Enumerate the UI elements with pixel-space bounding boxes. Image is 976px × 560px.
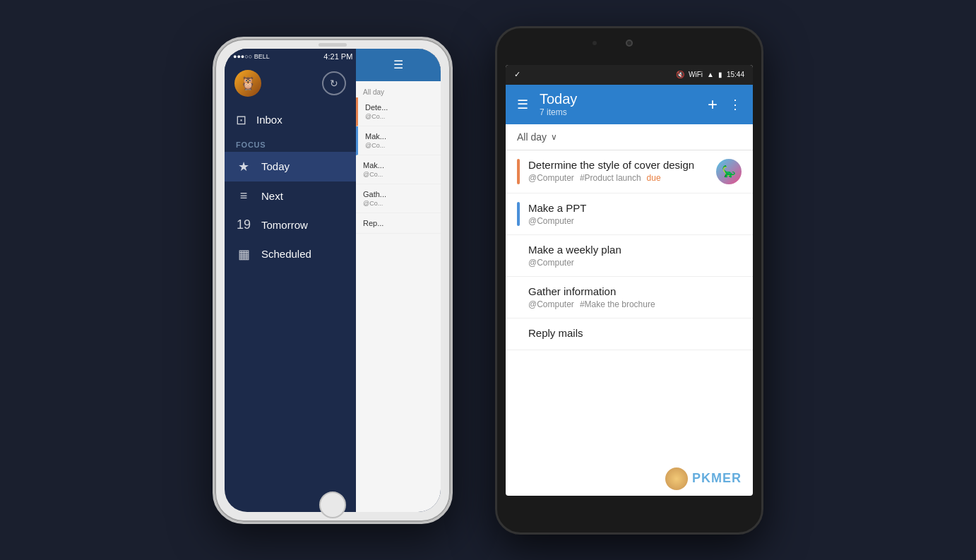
task-panel-header: ☰: [356, 49, 441, 81]
task-name: Reply mails: [528, 327, 742, 339]
task-name: Determine the style of cover design: [528, 159, 710, 171]
all-day-section[interactable]: All day ∨: [506, 124, 753, 150]
list-item[interactable]: Gath... @Co...: [356, 184, 441, 213]
scheduled-icon: ▦: [236, 246, 251, 262]
task-context: @Computer: [528, 173, 574, 183]
list-item[interactable]: Mak... @Co...: [356, 155, 441, 184]
task-meta: @Computer #Product launch due: [528, 173, 710, 183]
pkmer-logo: [665, 467, 688, 490]
pkmer-text: PKMER: [692, 471, 742, 486]
task-tag: #Product launch: [580, 173, 641, 183]
task-title: Mak...: [365, 132, 434, 141]
chevron-down-icon: ∨: [551, 132, 557, 142]
wifi-icon: WiFi: [689, 71, 703, 78]
avatar[interactable]: 🦉: [234, 70, 261, 97]
inbox-icon: ⊡: [236, 112, 246, 128]
task-title: Gath...: [363, 190, 434, 198]
accent-bar: [517, 244, 520, 268]
inbox-label: Inbox: [256, 114, 282, 126]
task-context: @Co...: [363, 171, 434, 178]
check-icon: ✓: [514, 70, 520, 79]
all-day-label: All day: [517, 131, 547, 143]
accent-bar: [517, 327, 520, 341]
task-name: Gather information: [528, 285, 742, 297]
toolbar-title-area: Today 7 items: [540, 91, 696, 117]
status-left: ✓: [514, 70, 520, 79]
all-day-label: All day: [356, 84, 441, 97]
android-screen: ✓ 🔇 WiFi ▲ ▮ 15:44 ☰ Today 7 items: [506, 65, 753, 496]
scene: ●●●○○ BELL 4:21 PM ✱ 22% ▮ 🦉 ↻ 📥 1 ⊡: [0, 0, 976, 560]
task-list: All day Dete... @Co... Mak... @Co... Mak…: [356, 81, 441, 237]
task-title: Rep...: [363, 219, 434, 227]
ios-phone: ●●●○○ BELL 4:21 PM ✱ 22% ▮ 🦉 ↻ 📥 1 ⊡: [213, 37, 453, 524]
today-icon: ★: [236, 159, 251, 174]
home-button[interactable]: [319, 492, 346, 518]
table-row[interactable]: Gather information @Computer #Make the b…: [506, 277, 753, 318]
list-item[interactable]: Rep...: [356, 213, 441, 234]
task-body: Gather information @Computer #Make the b…: [528, 285, 742, 309]
task-meta: @Computer: [528, 258, 742, 268]
avatar: 🦕: [716, 159, 742, 184]
more-button[interactable]: ⋮: [729, 97, 742, 112]
task-name: Make a PPT: [528, 202, 742, 214]
accent-bar: [517, 285, 520, 309]
task-body: Make a PPT @Computer: [528, 202, 742, 226]
android-camera: [626, 40, 633, 47]
android-status-bar: ✓ 🔇 WiFi ▲ ▮ 15:44: [506, 65, 753, 85]
next-icon: ≡: [236, 189, 251, 203]
toolbar-title: Today: [540, 91, 696, 107]
list-item[interactable]: Mak... @Co...: [356, 126, 441, 155]
toolbar-subtitle: 7 items: [540, 107, 696, 117]
ios-carrier: ●●●○○ BELL: [233, 53, 270, 60]
table-row[interactable]: Reply mails: [506, 318, 753, 350]
tomorrow-icon: 19: [236, 218, 251, 232]
android-content: All day ∨ Determine the style of cover d…: [506, 124, 753, 350]
task-context: @Computer: [528, 258, 574, 268]
task-title: Dete...: [365, 103, 434, 112]
menu-icon[interactable]: ☰: [517, 97, 528, 112]
ios-speaker: [319, 43, 347, 47]
task-meta: @Computer: [528, 216, 742, 226]
ios-time: 4:21 PM: [323, 52, 352, 61]
accent-bar: [517, 202, 520, 226]
status-right: 🔇 WiFi ▲ ▮ 15:44: [676, 71, 744, 78]
toolbar-actions: + ⋮: [708, 95, 742, 114]
hamburger-icon[interactable]: ☰: [393, 58, 403, 71]
task-body: Reply mails: [528, 327, 742, 341]
task-body: Determine the style of cover design @Com…: [528, 159, 710, 183]
task-context: @Co...: [365, 113, 434, 120]
ios-task-panel: ☰ All day Dete... @Co... Mak... @Co... M…: [356, 49, 441, 512]
table-row[interactable]: Make a PPT @Computer: [506, 193, 753, 235]
signal-icon: ▲: [707, 71, 714, 78]
time-display: 15:44: [727, 71, 744, 78]
list-item[interactable]: Dete... @Co...: [356, 97, 441, 126]
task-tag: #Make the brochure: [580, 299, 655, 309]
android-task-list: Determine the style of cover design @Com…: [506, 150, 753, 350]
due-label: due: [647, 173, 661, 183]
android-toolbar: ☰ Today 7 items + ⋮: [506, 85, 753, 124]
table-row[interactable]: Make a weekly plan @Computer: [506, 235, 753, 277]
task-meta: @Computer #Make the brochure: [528, 299, 742, 309]
task-context: @Computer: [528, 299, 574, 309]
add-button[interactable]: +: [708, 95, 718, 114]
task-context: @Co...: [365, 142, 434, 149]
android-speaker: [593, 41, 597, 45]
task-title: Mak...: [363, 161, 434, 169]
task-context: @Co...: [363, 200, 434, 207]
ios-screen: ●●●○○ BELL 4:21 PM ✱ 22% ▮ 🦉 ↻ 📥 1 ⊡: [225, 49, 441, 512]
mute-icon: 🔇: [676, 71, 684, 78]
battery-icon: ▮: [718, 71, 722, 78]
pkmer-watermark: PKMER: [665, 467, 742, 490]
table-row[interactable]: Determine the style of cover design @Com…: [506, 150, 753, 193]
android-phone: ✓ 🔇 WiFi ▲ ▮ 15:44 ☰ Today 7 items: [495, 26, 763, 535]
task-body: Make a weekly plan @Computer: [528, 244, 742, 268]
task-name: Make a weekly plan: [528, 244, 742, 256]
accent-bar: [517, 159, 520, 184]
task-context: @Computer: [528, 216, 574, 226]
sync-button[interactable]: ↻: [322, 71, 346, 95]
